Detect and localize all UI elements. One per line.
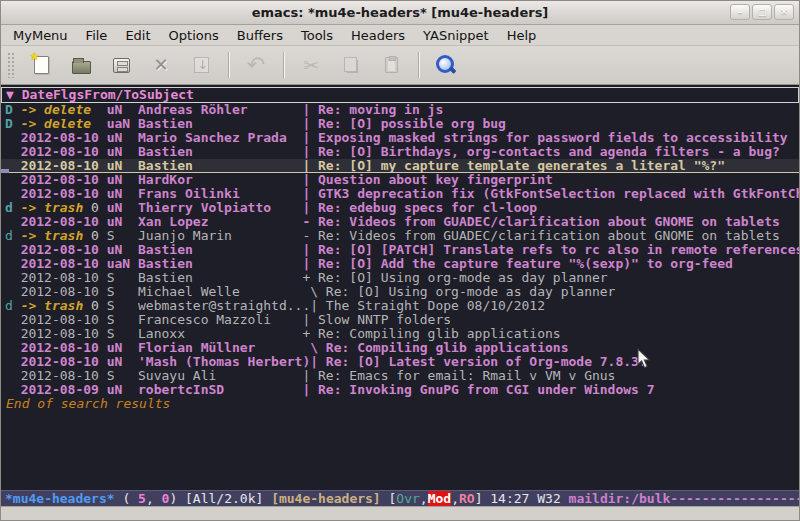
menu-mymenu[interactable]: MyMenu (4, 26, 77, 45)
message-row[interactable]: d-> trash 0uNThierry Volpiatto| Re: edeb… (1, 201, 799, 215)
mode-line: *mu4e-headers* ( 5, 0) [All/2.0k] [mu4e-… (1, 490, 799, 506)
message-row[interactable]: 2012-08-10SBastien+ Re: [O] Using org-mo… (1, 271, 799, 285)
emacs-frame: emacs: *mu4e-headers* [mu4e-headers] –□✕… (0, 0, 800, 521)
text-cursor (1, 169, 9, 173)
undo-button: ↶ (241, 50, 271, 80)
message-row[interactable]: 2012-08-10SFrancesco Mazzoli| Slow NNTP … (1, 313, 799, 327)
message-row[interactable]: 2012-08-10uN'Mash (Thomas Herbert)| Re: … (1, 355, 799, 369)
save-icon (113, 58, 130, 73)
menu-file[interactable]: File (77, 26, 117, 45)
message-row[interactable]: 2012-08-10uNFrans Oilinki| GTK3 deprecat… (1, 187, 799, 201)
close-buffer-button[interactable]: ✕ (146, 50, 176, 80)
menu-tools[interactable]: Tools (292, 26, 342, 45)
search-icon (435, 54, 457, 76)
save-as-icon (194, 57, 209, 73)
maximize-button[interactable]: □ (752, 4, 772, 20)
message-row[interactable]: 2012-08-10SMichael Welle \ Re: [O] Using… (1, 285, 799, 299)
message-row[interactable]: 2012-08-10uaNBastien| Re: [O] Add the ca… (1, 257, 799, 271)
toolbar-separator (418, 52, 419, 78)
message-row[interactable]: D-> deleteuaNBastien| Re: [O] possible o… (1, 117, 799, 131)
new-file-icon (34, 56, 49, 74)
paste-button (376, 50, 406, 80)
menu-help[interactable]: Help (498, 26, 546, 45)
window-title: emacs: *mu4e-headers* [mu4e-headers] (1, 1, 799, 24)
echo-area[interactable] (1, 506, 799, 520)
message-row[interactable]: 2012-08-09uNrobertcInSD| Re: Invoking Gn… (1, 383, 799, 397)
window-controls: –□✕ (730, 4, 794, 20)
message-row[interactable]: 2012-08-10uNBastien| Re: [O] my capture … (1, 159, 799, 173)
toolbar-separator (228, 52, 229, 78)
end-of-search-text: End of search results (1, 397, 799, 411)
save-button[interactable] (106, 50, 136, 80)
paste-icon (385, 57, 398, 73)
close-buffer-icon: ✕ (153, 56, 168, 74)
message-row[interactable]: D-> deleteuNAndreas Röhler| Re: moving i… (1, 103, 799, 117)
menu-bar: MyMenuFileEditOptionsBuffersToolsHeaders… (1, 25, 799, 46)
message-row[interactable]: 2012-08-10uNHardKor| Question about key … (1, 173, 799, 187)
undo-icon: ↶ (247, 55, 265, 75)
toolbar-grip-handle[interactable] (7, 52, 15, 78)
tool-bar: ✕↶✂ (1, 46, 799, 85)
message-row[interactable]: 2012-08-10uNXan Lopez- Re: Videos from G… (1, 215, 799, 229)
message-row[interactable]: 2012-08-10uNMario Sanchez Prada| Exposin… (1, 131, 799, 145)
copy-button (336, 50, 366, 80)
search-button[interactable] (431, 50, 461, 80)
save-as-button (186, 50, 216, 80)
menu-headers[interactable]: Headers (342, 26, 414, 45)
message-row[interactable]: d-> trash 0SJuanjo Marin- Re: Videos fro… (1, 229, 799, 243)
toolbar-separator (283, 52, 284, 78)
message-list: D-> deleteuNAndreas Röhler| Re: moving i… (1, 103, 799, 397)
message-row[interactable]: d-> trash 0Swebmaster@straightd...| The … (1, 299, 799, 313)
cut-button: ✂ (296, 50, 326, 80)
message-row[interactable]: 2012-08-10uNBastien| Re: [O] Birthdays, … (1, 145, 799, 159)
menu-edit[interactable]: Edit (116, 26, 159, 45)
open-folder-icon (72, 61, 91, 74)
close-button[interactable]: ✕ (774, 4, 794, 20)
message-row[interactable]: 2012-08-10uNBastien| Re: [O] [PATCH] Tra… (1, 243, 799, 257)
headers-column-titles[interactable]: ▼ DateFlgsFrom/ToSubject (1, 87, 799, 103)
copy-icon (347, 60, 358, 73)
cut-icon: ✂ (303, 55, 319, 75)
message-row[interactable]: 2012-08-10SSuvayu Ali| Re: Emacs for ema… (1, 369, 799, 383)
minimize-button[interactable]: – (730, 4, 750, 20)
new-file-button[interactable] (26, 50, 56, 80)
open-folder-button[interactable] (66, 50, 96, 80)
message-row[interactable]: 2012-08-10uNFlorian Müllner \ Re: Compil… (1, 341, 799, 355)
mu4e-headers-buffer[interactable]: ▼ DateFlgsFrom/ToSubject D-> deleteuNAnd… (1, 85, 799, 490)
message-row[interactable]: 2012-08-10SLanoxx+ Re: Compiling glib ap… (1, 327, 799, 341)
title-bar[interactable]: emacs: *mu4e-headers* [mu4e-headers] –□✕ (1, 1, 799, 25)
menu-buffers[interactable]: Buffers (228, 26, 292, 45)
menu-options[interactable]: Options (160, 26, 228, 45)
menu-yasnippet[interactable]: YASnippet (414, 26, 498, 45)
